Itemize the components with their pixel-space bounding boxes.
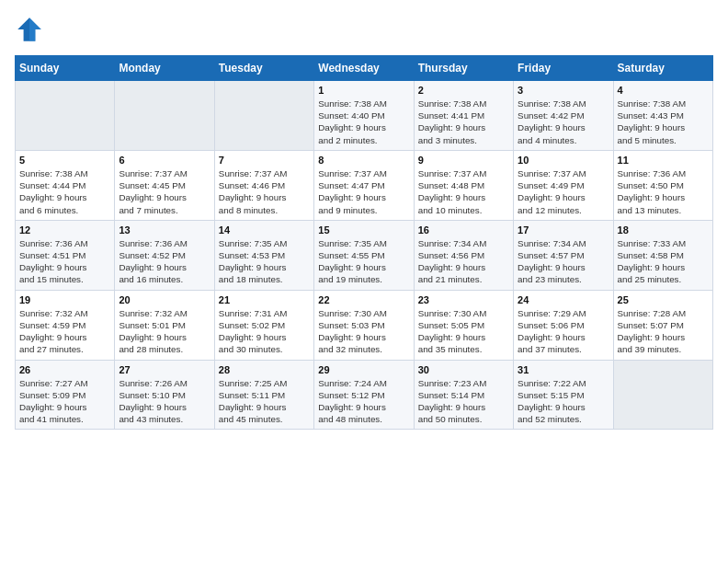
day-info: Sunrise: 7:38 AM Sunset: 4:41 PM Dayligh… <box>418 98 509 146</box>
day-cell: 30Sunrise: 7:23 AM Sunset: 5:14 PM Dayli… <box>414 360 513 430</box>
day-info: Sunrise: 7:35 AM Sunset: 4:53 PM Dayligh… <box>219 237 310 286</box>
header-saturday: Saturday <box>613 56 712 81</box>
day-cell: 17Sunrise: 7:34 AM Sunset: 4:57 PM Dayli… <box>514 220 613 290</box>
day-number: 13 <box>119 224 210 236</box>
day-info: Sunrise: 7:35 AM Sunset: 4:55 PM Dayligh… <box>318 237 409 286</box>
day-number: 8 <box>318 155 409 166</box>
day-number: 27 <box>119 364 210 375</box>
day-number: 4 <box>618 85 709 96</box>
day-info: Sunrise: 7:26 AM Sunset: 5:10 PM Dayligh… <box>119 377 210 426</box>
day-cell: 12Sunrise: 7:36 AM Sunset: 4:51 PM Dayli… <box>16 220 115 290</box>
calendar-table: SundayMondayTuesdayWednesdayThursdayFrid… <box>15 55 713 430</box>
day-cell: 20Sunrise: 7:32 AM Sunset: 5:01 PM Dayli… <box>115 290 214 360</box>
day-number: 10 <box>518 155 609 166</box>
svg-marker-1 <box>29 17 41 41</box>
day-info: Sunrise: 7:34 AM Sunset: 4:56 PM Dayligh… <box>418 237 509 286</box>
day-info: Sunrise: 7:37 AM Sunset: 4:47 PM Dayligh… <box>318 167 409 216</box>
day-number: 21 <box>219 294 310 305</box>
day-cell: 16Sunrise: 7:34 AM Sunset: 4:56 PM Dayli… <box>414 220 513 290</box>
day-info: Sunrise: 7:23 AM Sunset: 5:14 PM Dayligh… <box>418 377 509 426</box>
header-thursday: Thursday <box>414 56 513 81</box>
day-number: 5 <box>19 155 110 166</box>
day-cell: 2Sunrise: 7:38 AM Sunset: 4:41 PM Daylig… <box>414 81 513 151</box>
day-info: Sunrise: 7:38 AM Sunset: 4:40 PM Dayligh… <box>318 98 409 146</box>
day-number: 24 <box>518 294 609 305</box>
days-header-row: SundayMondayTuesdayWednesdayThursdayFrid… <box>16 56 713 81</box>
day-info: Sunrise: 7:28 AM Sunset: 5:07 PM Dayligh… <box>618 307 709 356</box>
week-row-2: 12Sunrise: 7:36 AM Sunset: 4:51 PM Dayli… <box>16 220 713 290</box>
header <box>15 15 713 44</box>
day-number: 19 <box>19 294 110 305</box>
day-number: 22 <box>318 294 409 305</box>
day-cell: 14Sunrise: 7:35 AM Sunset: 4:53 PM Dayli… <box>214 220 313 290</box>
day-info: Sunrise: 7:37 AM Sunset: 4:48 PM Dayligh… <box>418 167 509 216</box>
day-cell: 23Sunrise: 7:30 AM Sunset: 5:05 PM Dayli… <box>414 290 513 360</box>
day-number: 14 <box>219 224 310 236</box>
day-number: 16 <box>418 224 509 236</box>
day-info: Sunrise: 7:22 AM Sunset: 5:15 PM Dayligh… <box>518 377 609 426</box>
day-info: Sunrise: 7:38 AM Sunset: 4:42 PM Dayligh… <box>518 98 609 146</box>
day-info: Sunrise: 7:38 AM Sunset: 4:44 PM Dayligh… <box>19 167 110 216</box>
day-cell: 13Sunrise: 7:36 AM Sunset: 4:52 PM Dayli… <box>115 220 214 290</box>
day-cell: 25Sunrise: 7:28 AM Sunset: 5:07 PM Dayli… <box>613 290 712 360</box>
week-row-3: 19Sunrise: 7:32 AM Sunset: 4:59 PM Dayli… <box>16 290 713 360</box>
day-cell: 22Sunrise: 7:30 AM Sunset: 5:03 PM Dayli… <box>314 290 414 360</box>
day-cell: 26Sunrise: 7:27 AM Sunset: 5:09 PM Dayli… <box>16 360 115 430</box>
day-info: Sunrise: 7:30 AM Sunset: 5:03 PM Dayligh… <box>318 307 409 356</box>
day-cell: 6Sunrise: 7:37 AM Sunset: 4:45 PM Daylig… <box>115 150 214 220</box>
week-row-0: 1Sunrise: 7:38 AM Sunset: 4:40 PM Daylig… <box>16 81 713 151</box>
day-cell: 31Sunrise: 7:22 AM Sunset: 5:15 PM Dayli… <box>514 360 613 430</box>
day-info: Sunrise: 7:36 AM Sunset: 4:50 PM Dayligh… <box>618 167 709 216</box>
header-monday: Monday <box>115 56 214 81</box>
day-number: 11 <box>618 155 709 166</box>
day-cell: 21Sunrise: 7:31 AM Sunset: 5:02 PM Dayli… <box>214 290 313 360</box>
day-number: 17 <box>518 224 609 236</box>
day-info: Sunrise: 7:36 AM Sunset: 4:52 PM Dayligh… <box>119 237 210 286</box>
day-number: 30 <box>418 364 509 375</box>
day-number: 2 <box>418 85 509 96</box>
day-number: 23 <box>418 294 509 305</box>
day-cell: 15Sunrise: 7:35 AM Sunset: 4:55 PM Dayli… <box>314 220 414 290</box>
day-cell: 18Sunrise: 7:33 AM Sunset: 4:58 PM Dayli… <box>613 220 712 290</box>
header-tuesday: Tuesday <box>214 56 313 81</box>
day-info: Sunrise: 7:27 AM Sunset: 5:09 PM Dayligh… <box>19 377 110 426</box>
day-info: Sunrise: 7:25 AM Sunset: 5:11 PM Dayligh… <box>219 377 310 426</box>
day-cell <box>115 81 214 151</box>
day-info: Sunrise: 7:29 AM Sunset: 5:06 PM Dayligh… <box>518 307 609 356</box>
day-cell: 7Sunrise: 7:37 AM Sunset: 4:46 PM Daylig… <box>214 150 313 220</box>
day-info: Sunrise: 7:31 AM Sunset: 5:02 PM Dayligh… <box>219 307 310 356</box>
day-info: Sunrise: 7:34 AM Sunset: 4:57 PM Dayligh… <box>518 237 609 286</box>
day-cell: 10Sunrise: 7:37 AM Sunset: 4:49 PM Dayli… <box>514 150 613 220</box>
day-number: 28 <box>219 364 310 375</box>
day-cell: 19Sunrise: 7:32 AM Sunset: 4:59 PM Dayli… <box>16 290 115 360</box>
day-info: Sunrise: 7:36 AM Sunset: 4:51 PM Dayligh… <box>19 237 110 286</box>
day-info: Sunrise: 7:33 AM Sunset: 4:58 PM Dayligh… <box>618 237 709 286</box>
day-cell: 5Sunrise: 7:38 AM Sunset: 4:44 PM Daylig… <box>16 150 115 220</box>
week-row-4: 26Sunrise: 7:27 AM Sunset: 5:09 PM Dayli… <box>16 360 713 430</box>
day-number: 1 <box>318 85 409 96</box>
day-number: 25 <box>618 294 709 305</box>
day-number: 26 <box>19 364 110 375</box>
day-info: Sunrise: 7:37 AM Sunset: 4:46 PM Dayligh… <box>219 167 310 216</box>
day-cell: 3Sunrise: 7:38 AM Sunset: 4:42 PM Daylig… <box>514 81 613 151</box>
day-number: 12 <box>19 224 110 236</box>
day-cell: 27Sunrise: 7:26 AM Sunset: 5:10 PM Dayli… <box>115 360 214 430</box>
day-info: Sunrise: 7:37 AM Sunset: 4:49 PM Dayligh… <box>518 167 609 216</box>
day-number: 29 <box>318 364 409 375</box>
day-info: Sunrise: 7:37 AM Sunset: 4:45 PM Dayligh… <box>119 167 210 216</box>
day-cell <box>613 360 712 430</box>
day-info: Sunrise: 7:24 AM Sunset: 5:12 PM Dayligh… <box>318 377 409 426</box>
day-info: Sunrise: 7:38 AM Sunset: 4:43 PM Dayligh… <box>618 98 709 146</box>
day-cell: 28Sunrise: 7:25 AM Sunset: 5:11 PM Dayli… <box>214 360 313 430</box>
day-number: 15 <box>318 224 409 236</box>
day-cell: 11Sunrise: 7:36 AM Sunset: 4:50 PM Dayli… <box>613 150 712 220</box>
day-cell <box>214 81 313 151</box>
day-number: 31 <box>518 364 609 375</box>
day-cell: 8Sunrise: 7:37 AM Sunset: 4:47 PM Daylig… <box>314 150 414 220</box>
day-number: 18 <box>618 224 709 236</box>
header-sunday: Sunday <box>16 56 115 81</box>
logo <box>15 15 48 44</box>
day-cell: 9Sunrise: 7:37 AM Sunset: 4:48 PM Daylig… <box>414 150 513 220</box>
header-friday: Friday <box>514 56 613 81</box>
day-info: Sunrise: 7:32 AM Sunset: 4:59 PM Dayligh… <box>19 307 110 356</box>
